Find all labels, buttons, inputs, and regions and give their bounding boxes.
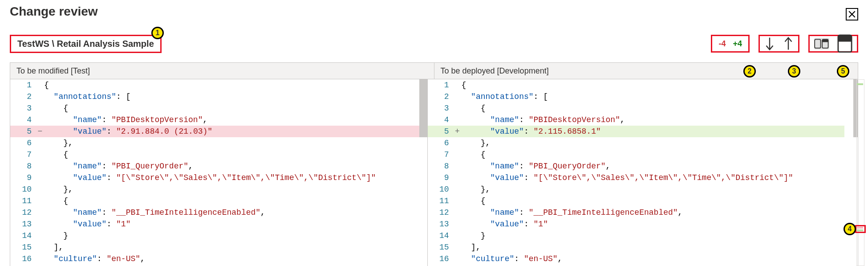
overview-added-mark [857, 83, 863, 85]
next-change-button[interactable] [764, 38, 775, 49]
view-toggle [808, 35, 858, 53]
line-number: 1 [10, 79, 36, 91]
svg-rect-5 [838, 35, 852, 41]
added-count: +4 [731, 39, 744, 49]
side-by-side-view-button[interactable] [814, 38, 829, 49]
breadcrumb: TestWS \ Retail Analysis Sample [10, 35, 162, 53]
svg-rect-0 [815, 39, 820, 48]
svg-rect-2 [822, 39, 828, 42]
callout-4: 4 [844, 223, 856, 235]
close-icon [848, 10, 856, 18]
right-pane[interactable]: 1{ 2 "annotations": [ 3 { 4 "name": "PBI… [427, 79, 858, 266]
diff-nav [758, 35, 799, 53]
callout-2: 2 [743, 65, 756, 78]
diff-area: 1{ 2 "annotations": [ 3 { 4 "name": "PBI… [10, 79, 858, 266]
overview-ruler[interactable] [856, 79, 864, 266]
added-line: 5+ "value": "2.115.6858.1" [428, 126, 845, 137]
arrow-down-icon [764, 36, 775, 52]
diff-counts: -4 +4 [711, 35, 750, 53]
line-number: 1 [428, 79, 454, 91]
inline-view-button[interactable] [837, 38, 852, 49]
page-title: Change review [0, 0, 868, 19]
callout-1: 1 [151, 27, 164, 39]
inline-view-icon [837, 34, 852, 53]
callout-5: 5 [837, 65, 849, 78]
arrow-up-icon [783, 36, 794, 52]
removed-line: 5− "value": "2.91.884.0 (21.03)" [10, 126, 427, 137]
left-pane[interactable]: 1{ 2 "annotations": [ 3 { 4 "name": "PBI… [10, 79, 427, 266]
close-button[interactable] [846, 8, 858, 20]
prev-change-button[interactable] [783, 38, 794, 49]
overview-highlight [855, 225, 866, 233]
callout-3: 3 [788, 65, 800, 78]
left-pane-header: To be modified [Test] [10, 62, 434, 79]
side-by-side-icon [814, 38, 829, 49]
removed-count: -4 [717, 39, 727, 49]
scrollbar-left[interactable] [419, 79, 427, 137]
